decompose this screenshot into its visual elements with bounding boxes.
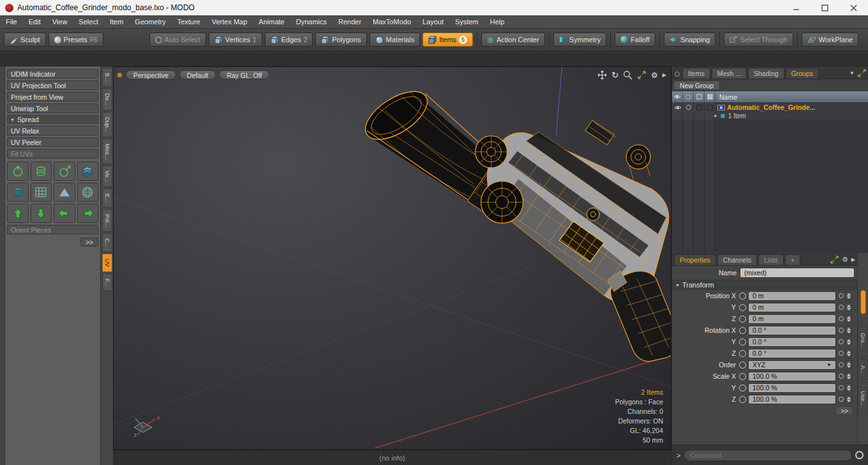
- menu-maxtomodo[interactable]: MaxToModo: [367, 15, 417, 28]
- channel-ring-icon[interactable]: [739, 327, 746, 334]
- value-spinner[interactable]: [845, 395, 852, 404]
- new-group-button[interactable]: New Group: [673, 80, 720, 90]
- menu-view[interactable]: View: [47, 15, 73, 28]
- viewport-3d[interactable]: Perspective Default Ray GL: Off ↻ ⚙ ▶ 2 …: [113, 66, 671, 450]
- tab-groups[interactable]: Groups: [786, 68, 819, 79]
- position-y-input[interactable]: [748, 303, 836, 312]
- sculpt-button[interactable]: Sculpt: [4, 33, 46, 47]
- scale-x-input[interactable]: [748, 372, 836, 381]
- mini-knob-icon[interactable]: [839, 305, 844, 310]
- scale-y-input[interactable]: [748, 383, 836, 393]
- raygl-dropdown[interactable]: Ray GL: Off: [219, 70, 269, 80]
- move-right-button[interactable]: [77, 204, 99, 223]
- menu-system[interactable]: System: [449, 15, 484, 28]
- rotate-icon[interactable]: ↻: [611, 70, 618, 80]
- viewport-handle-icon[interactable]: [117, 72, 123, 78]
- vtab-deform[interactable]: De...: [102, 88, 112, 111]
- item-list-body[interactable]: Automatic_Coffee_Grinde... + 1 Item: [672, 102, 868, 253]
- move-left-button[interactable]: [54, 204, 75, 223]
- viewport-flyout-icon[interactable]: ▶: [662, 72, 666, 78]
- properties-more-button[interactable]: >>: [835, 406, 853, 415]
- polygons-mode-button[interactable]: Polygons: [315, 33, 366, 47]
- layers-tool-button[interactable]: [77, 162, 99, 181]
- menu-texture[interactable]: Texture: [172, 15, 206, 28]
- mini-knob-icon[interactable]: [839, 362, 844, 367]
- fit-uvs-button[interactable]: Fit UVs: [7, 149, 98, 158]
- left-edge-strip[interactable]: [0, 66, 5, 465]
- channel-ring-icon[interactable]: [739, 362, 746, 369]
- maximize-button[interactable]: [811, 0, 839, 15]
- orient-pieces-button[interactable]: Orient Pieces: [7, 225, 98, 234]
- value-spinner[interactable]: [845, 349, 852, 358]
- uv-peeler-button[interactable]: UV Peeler: [7, 137, 98, 147]
- menu-vertex-map[interactable]: Vertex Map: [206, 15, 253, 28]
- uv-relax-button[interactable]: UV Relax: [7, 126, 98, 135]
- value-spinner[interactable]: [845, 326, 852, 335]
- mini-knob-icon[interactable]: [839, 293, 844, 298]
- cylinder-relax-tool-button[interactable]: [31, 162, 52, 181]
- maximize-viewport-icon[interactable]: [637, 70, 647, 80]
- channel-ring-icon[interactable]: [739, 373, 746, 380]
- sphere-project-button[interactable]: [77, 183, 99, 202]
- uv-projection-tool-button[interactable]: UV Projection Tool: [7, 80, 98, 90]
- channel-ring-icon[interactable]: [739, 316, 746, 323]
- expand-panel-icon[interactable]: [830, 255, 839, 264]
- menu-layout[interactable]: Layout: [417, 15, 449, 28]
- unwrap-tool-button[interactable]: Unwrap Tool: [7, 103, 98, 113]
- vtab-vertex[interactable]: Ve...: [102, 165, 112, 187]
- shading-mode-dropdown[interactable]: Default: [179, 70, 216, 80]
- menu-geometry[interactable]: Geometry: [129, 15, 171, 28]
- zoom-icon[interactable]: [623, 70, 632, 80]
- tab-add[interactable]: +: [785, 254, 800, 265]
- vtab-basic[interactable]: B...: [102, 68, 112, 87]
- channel-ring-icon[interactable]: [739, 396, 746, 403]
- vtab-polygon[interactable]: Pol...: [102, 209, 112, 232]
- position-x-input[interactable]: [748, 291, 836, 301]
- item-name-input[interactable]: [740, 268, 855, 278]
- select-through-button[interactable]: Select Through: [724, 33, 793, 47]
- render-column-header[interactable]: [683, 91, 694, 102]
- vtab-curves[interactable]: C...: [102, 233, 112, 252]
- tab-mesh-ops[interactable]: Mesh ...: [712, 68, 747, 79]
- channel-ring-icon[interactable]: [739, 385, 746, 392]
- vtab-mesh[interactable]: Mes...: [102, 139, 112, 165]
- side-tab-groups[interactable]: Gro...: [858, 323, 868, 357]
- falloff-button[interactable]: Falloff: [615, 33, 655, 47]
- auto-select-button[interactable]: Auto Select: [149, 33, 206, 47]
- viewport-canvas[interactable]: [114, 67, 671, 450]
- menu-help[interactable]: Help: [484, 15, 511, 28]
- vtab-duplicate[interactable]: Dup...: [102, 112, 112, 137]
- tab-channels[interactable]: Channels: [717, 254, 757, 265]
- mini-knob-icon[interactable]: [839, 397, 844, 402]
- channel-ring-icon[interactable]: [739, 304, 746, 311]
- expand-panel-icon[interactable]: [858, 69, 866, 77]
- command-history-icon[interactable]: [855, 451, 864, 459]
- cone-project-button[interactable]: [54, 183, 75, 202]
- tab-properties[interactable]: Properties: [674, 254, 716, 265]
- value-spinner[interactable]: [845, 372, 852, 381]
- pan-icon[interactable]: [597, 70, 607, 80]
- value-spinner[interactable]: [845, 303, 852, 312]
- expand-toggle[interactable]: +: [714, 112, 717, 119]
- viewport-settings-gear-icon[interactable]: ⚙: [651, 71, 658, 80]
- project-from-view-button[interactable]: Project from View: [7, 92, 98, 102]
- channel-ring-icon[interactable]: [739, 350, 746, 357]
- vtab-uv[interactable]: UV: [102, 254, 112, 272]
- value-spinner[interactable]: [845, 383, 852, 392]
- menu-animate[interactable]: Animate: [253, 15, 290, 28]
- channel-ring-icon[interactable]: [739, 293, 746, 300]
- visibility-toggle[interactable]: [672, 103, 683, 119]
- mini-knob-icon[interactable]: [839, 316, 844, 321]
- value-spinner[interactable]: [845, 314, 852, 323]
- tab-overflow-chevron-icon[interactable]: ▼: [849, 70, 855, 76]
- sphere-unwrap-tool-button[interactable]: [54, 162, 75, 181]
- side-tab-user[interactable]: Use...: [858, 382, 868, 415]
- value-spinner[interactable]: [845, 360, 852, 369]
- udim-indicator-button[interactable]: UDIM Indicator: [7, 69, 98, 79]
- menu-select[interactable]: Select: [73, 15, 104, 28]
- group-name[interactable]: Automatic_Coffee_Grinde...: [727, 103, 815, 111]
- symmetry-button[interactable]: Symmetry: [553, 33, 607, 47]
- spread-section-header[interactable]: ▼ Spread: [7, 115, 98, 124]
- tab-lists[interactable]: Lists: [758, 254, 784, 265]
- tab-items[interactable]: Items: [682, 68, 710, 79]
